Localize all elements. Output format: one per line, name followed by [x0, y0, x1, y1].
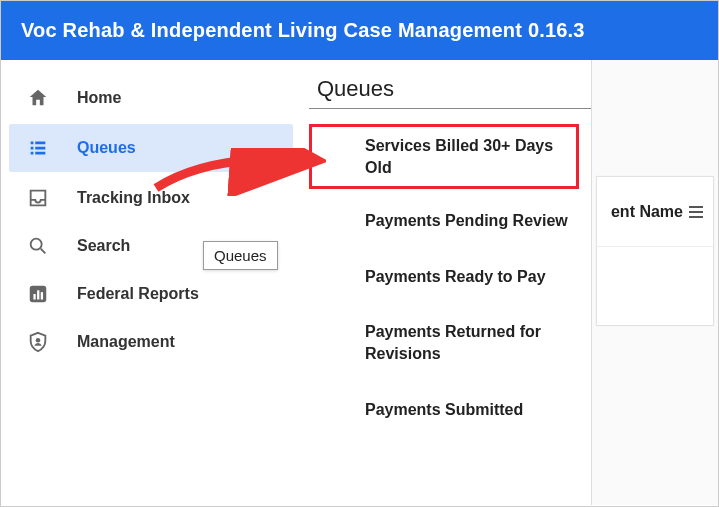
column-menu-icon[interactable]	[689, 206, 703, 218]
app-window: Voc Rehab & Independent Living Case Mana…	[0, 0, 719, 507]
list-icon	[27, 137, 49, 159]
queue-item-label: Payments Ready to Pay	[365, 268, 546, 285]
bar-chart-icon	[27, 283, 49, 305]
nav-label: Management	[77, 333, 175, 351]
svg-rect-3	[37, 290, 39, 299]
queue-services-billed-30[interactable]: Services Billed 30+ Days Old	[309, 124, 579, 189]
queue-item-label: Payments Pending Review	[365, 212, 568, 229]
svg-point-5	[36, 338, 41, 343]
home-icon	[27, 87, 49, 109]
nav-federal-reports[interactable]: Federal Reports	[1, 270, 301, 318]
queue-item-label: Payments Submitted	[365, 401, 523, 418]
data-table: ent Name	[596, 176, 714, 326]
content-pane: ent Name	[591, 60, 718, 505]
column-header[interactable]: ent Name	[597, 177, 713, 247]
app-header: Voc Rehab & Independent Living Case Mana…	[1, 1, 718, 60]
queue-payments-returned[interactable]: Payments Returned for Revisions	[309, 311, 579, 374]
nav-tracking-inbox[interactable]: Tracking Inbox	[1, 174, 301, 222]
queue-item-label: Payments Returned for Revisions	[365, 323, 541, 362]
app-title: Voc Rehab & Independent Living Case Mana…	[21, 19, 585, 41]
queue-item-label: Services Billed 30+ Days Old	[365, 137, 553, 176]
svg-rect-4	[41, 292, 43, 299]
nav-label: Tracking Inbox	[77, 189, 190, 207]
queue-payments-pending-review[interactable]: Payments Pending Review	[309, 200, 579, 242]
nav-label: Search	[77, 237, 130, 255]
submenu-title: Queues	[309, 76, 591, 109]
nav-label: Home	[77, 89, 121, 107]
nav-label: Queues	[77, 139, 136, 157]
nav-label: Federal Reports	[77, 285, 199, 303]
nav-queues[interactable]: Queues	[9, 124, 293, 172]
queues-submenu: Queues Services Billed 30+ Days Old Paym…	[301, 60, 591, 505]
inbox-icon	[27, 187, 49, 209]
queue-payments-ready-to-pay[interactable]: Payments Ready to Pay	[309, 256, 579, 298]
nav-management[interactable]: Management	[1, 318, 301, 366]
queues-tooltip: Queues	[203, 241, 278, 270]
shield-user-icon	[27, 331, 49, 353]
app-body: Home Queues Tracking Inbox Search	[1, 60, 718, 505]
search-icon	[27, 235, 49, 257]
sidebar: Home Queues Tracking Inbox Search	[1, 60, 301, 505]
queue-payments-submitted[interactable]: Payments Submitted	[309, 389, 579, 431]
nav-home[interactable]: Home	[1, 74, 301, 122]
svg-rect-2	[33, 294, 35, 300]
svg-point-0	[31, 239, 42, 250]
column-header-text: ent Name	[611, 203, 683, 221]
